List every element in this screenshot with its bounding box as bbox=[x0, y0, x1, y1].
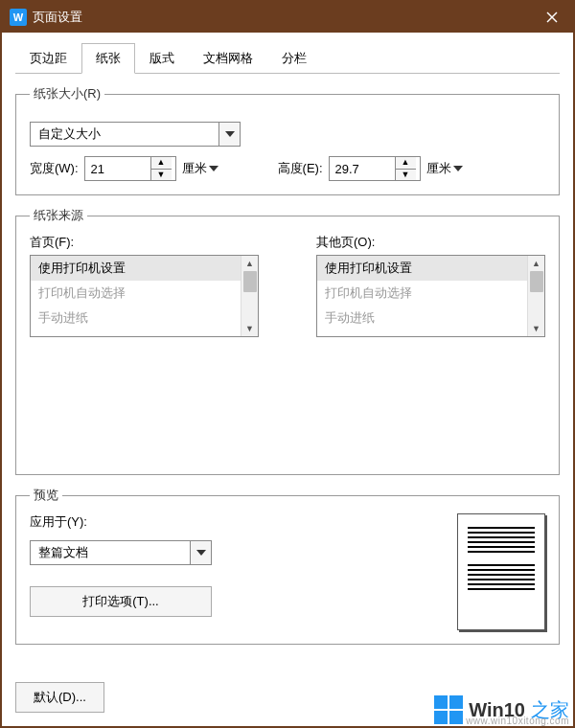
other-pages-listbox[interactable]: 使用打印机设置 打印机自动选择 手动进纸 ▲ ▼ bbox=[316, 255, 545, 337]
paper-size-combo[interactable]: 自定义大小 bbox=[30, 122, 241, 147]
paper-source-legend: 纸张来源 bbox=[30, 207, 87, 224]
apply-to-selected: 整篇文档 bbox=[31, 544, 190, 561]
scroll-track[interactable] bbox=[242, 292, 258, 321]
tab-margins[interactable]: 页边距 bbox=[15, 43, 81, 74]
height-arrows: ▲ ▼ bbox=[395, 157, 416, 180]
titlebar-left: W 页面设置 bbox=[10, 9, 82, 26]
paper-size-group: 纸张大小(R) 自定义大小 宽度(W): ▲ ▼ 厘米 高度 bbox=[15, 85, 560, 195]
width-input[interactable] bbox=[85, 157, 150, 180]
svg-marker-3 bbox=[209, 166, 218, 171]
close-button[interactable] bbox=[539, 4, 565, 31]
height-unit[interactable]: 厘米 bbox=[426, 160, 463, 177]
page-setup-window: W 页面设置 页边距 纸张 版式 文档网格 分栏 纸张大小(R) 自定义大小 bbox=[0, 0, 575, 728]
first-page-list: 使用打印机设置 打印机自动选择 手动进纸 bbox=[31, 256, 241, 336]
preview-page-icon bbox=[457, 513, 545, 630]
list-item[interactable]: 手动进纸 bbox=[317, 306, 527, 330]
content-area: 页边距 纸张 版式 文档网格 分栏 纸张大小(R) 自定义大小 宽度(W): ▲ bbox=[2, 33, 573, 672]
first-page-label: 首页(F): bbox=[30, 234, 259, 251]
chevron-down-icon bbox=[218, 123, 240, 146]
svg-marker-2 bbox=[225, 131, 235, 137]
print-options-button[interactable]: 打印选项(T)... bbox=[30, 586, 212, 617]
width-spinner[interactable]: ▲ ▼ bbox=[84, 156, 176, 181]
paper-size-legend: 纸张大小(R) bbox=[30, 85, 104, 102]
dialog-footer: 默认(D)... bbox=[2, 672, 573, 726]
svg-marker-4 bbox=[453, 166, 463, 171]
width-down[interactable]: ▼ bbox=[151, 170, 172, 181]
height-input[interactable] bbox=[330, 157, 395, 180]
scroll-thumb[interactable] bbox=[243, 271, 257, 292]
height-spinner[interactable]: ▲ ▼ bbox=[329, 156, 421, 181]
window-title: 页面设置 bbox=[33, 9, 82, 26]
first-page-listbox[interactable]: 使用打印机设置 打印机自动选择 手动进纸 ▲ ▼ bbox=[30, 255, 259, 337]
first-page-column: 首页(F): 使用打印机设置 打印机自动选择 手动进纸 ▲ ▼ bbox=[30, 234, 259, 337]
paper-source-group: 纸张来源 首页(F): 使用打印机设置 打印机自动选择 手动进纸 ▲ bbox=[15, 207, 560, 475]
width-unit[interactable]: 厘米 bbox=[182, 160, 218, 177]
apply-to-label: 应用于(Y): bbox=[30, 514, 87, 529]
list-item[interactable]: 打印机自动选择 bbox=[31, 281, 241, 306]
scroll-up-icon[interactable]: ▲ bbox=[242, 256, 258, 271]
tab-layout[interactable]: 版式 bbox=[135, 43, 189, 74]
tab-grid[interactable]: 文档网格 bbox=[189, 43, 267, 74]
close-icon bbox=[546, 11, 558, 23]
other-pages-column: 其他页(O): 使用打印机设置 打印机自动选择 手动进纸 ▲ ▼ bbox=[316, 234, 545, 337]
scroll-down-icon[interactable]: ▼ bbox=[528, 321, 544, 336]
list-item[interactable]: 手动进纸 bbox=[31, 306, 241, 330]
chevron-down-icon bbox=[453, 166, 463, 171]
paper-size-selected: 自定义大小 bbox=[31, 125, 218, 143]
height-up[interactable]: ▲ bbox=[396, 157, 416, 170]
preview-legend: 预览 bbox=[30, 487, 62, 504]
apply-to-combo[interactable]: 整篇文档 bbox=[30, 540, 212, 565]
width-up[interactable]: ▲ bbox=[151, 157, 172, 170]
scrollbar[interactable]: ▲ ▼ bbox=[241, 256, 258, 336]
width-label: 宽度(W): bbox=[30, 160, 79, 177]
scroll-track[interactable] bbox=[528, 292, 544, 321]
chevron-down-icon bbox=[190, 541, 211, 564]
default-button[interactable]: 默认(D)... bbox=[15, 682, 104, 713]
height-down[interactable]: ▼ bbox=[396, 170, 416, 181]
list-item[interactable]: 使用打印机设置 bbox=[31, 256, 241, 281]
list-item[interactable]: 使用打印机设置 bbox=[317, 256, 527, 281]
preview-thumbnail bbox=[457, 513, 545, 630]
width-arrows: ▲ ▼ bbox=[150, 157, 172, 180]
svg-marker-5 bbox=[196, 550, 206, 556]
scroll-thumb[interactable] bbox=[530, 271, 543, 292]
titlebar: W 页面设置 bbox=[2, 2, 573, 33]
scroll-down-icon[interactable]: ▼ bbox=[242, 321, 258, 336]
app-icon: W bbox=[10, 9, 27, 26]
other-pages-label: 其他页(O): bbox=[316, 234, 545, 251]
chevron-down-icon bbox=[209, 166, 218, 171]
tab-columns[interactable]: 分栏 bbox=[267, 43, 321, 74]
preview-group: 预览 应用于(Y): 整篇文档 打印选项(T)... bbox=[15, 487, 560, 645]
height-label: 高度(E): bbox=[278, 160, 323, 177]
other-pages-list: 使用打印机设置 打印机自动选择 手动进纸 bbox=[317, 256, 527, 336]
scroll-up-icon[interactable]: ▲ bbox=[528, 256, 544, 271]
scrollbar[interactable]: ▲ ▼ bbox=[527, 256, 544, 336]
tab-bar: 页边距 纸张 版式 文档网格 分栏 bbox=[15, 42, 560, 74]
tab-paper[interactable]: 纸张 bbox=[81, 43, 135, 74]
list-item[interactable]: 打印机自动选择 bbox=[317, 281, 527, 306]
